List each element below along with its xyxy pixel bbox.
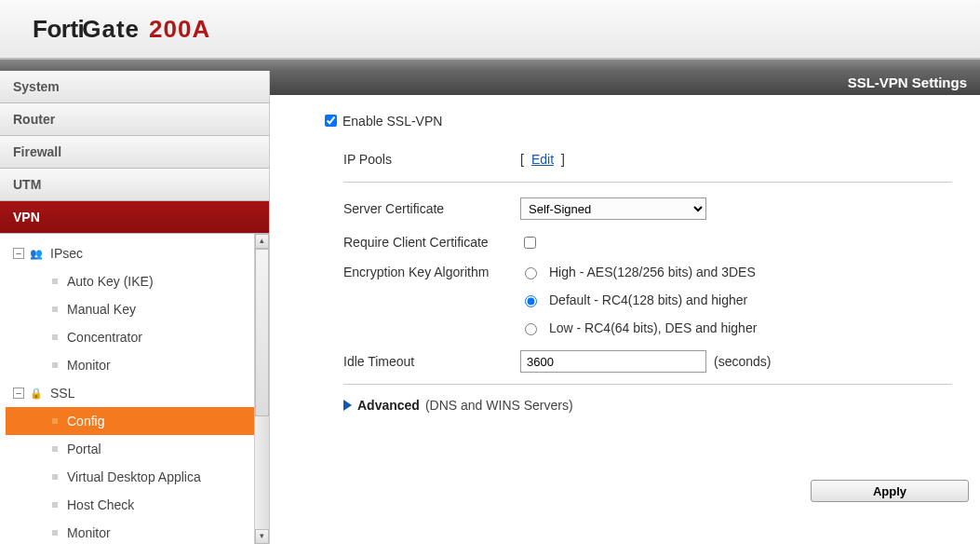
enable-sslvpn-label: Enable SSL-VPN	[342, 114, 442, 129]
server-cert-select[interactable]: Self-Signed	[520, 197, 706, 220]
sidebar: SystemRouterFirewallUTMVPN − IPsec Auto …	[0, 71, 270, 544]
nav-section-system[interactable]: System	[0, 71, 269, 103]
brand-suffix: Gate	[82, 15, 140, 44]
bullet-icon	[52, 279, 58, 284]
tree-item-ssl-config[interactable]: Config	[6, 407, 254, 435]
require-client-cert-checkbox[interactable]	[524, 237, 536, 249]
bullet-icon	[52, 306, 58, 312]
enable-sslvpn-checkbox[interactable]	[325, 115, 337, 127]
bullet-icon	[52, 530, 58, 536]
nav-section-firewall[interactable]: Firewall	[0, 136, 269, 169]
server-cert-label: Server Certificate	[343, 201, 520, 216]
bullet-icon	[52, 446, 58, 452]
idle-timeout-unit: (seconds)	[714, 354, 771, 369]
encryption-radio-low[interactable]	[525, 323, 537, 335]
collapse-icon[interactable]: −	[13, 248, 24, 259]
tree-item-ipsec-monitor[interactable]: Monitor	[6, 351, 254, 379]
main-content: SSL-VPN Settings Enable SSL-VPN IP Pools…	[270, 71, 980, 544]
idle-timeout-label: Idle Timeout	[343, 354, 520, 369]
advanced-toggle[interactable]: Advanced (DNS and WINS Servers)	[321, 398, 961, 413]
scroll-down-button[interactable]: ▾	[255, 529, 269, 544]
nav-section-utm[interactable]: UTM	[0, 169, 269, 201]
nav-section-router[interactable]: Router	[0, 103, 269, 136]
ip-pools-edit-link[interactable]: Edit	[531, 152, 554, 167]
require-client-cert-label: Require Client Certificate	[343, 235, 520, 250]
encryption-radio-default[interactable]	[525, 295, 537, 307]
tree-node-ssl[interactable]: − SSL	[6, 379, 254, 407]
header-divider	[0, 60, 980, 71]
tree-item-ssl-virtual-desktop-applica[interactable]: Virtual Desktop Applica	[6, 463, 254, 491]
page-title: SSL-VPN Settings	[270, 71, 980, 95]
scroll-up-button[interactable]: ▴	[255, 234, 269, 249]
idle-timeout-input[interactable]	[520, 350, 706, 373]
bullet-icon	[52, 474, 58, 480]
apply-button[interactable]: Apply	[811, 480, 969, 502]
bullet-icon	[52, 418, 58, 424]
bullet-icon	[52, 502, 58, 508]
tree-scrollbar[interactable]: ▴ ▾	[254, 234, 269, 544]
brand-model: 200A	[149, 15, 210, 44]
nav-section-vpn[interactable]: VPN	[0, 201, 269, 234]
collapse-icon[interactable]: −	[13, 388, 24, 399]
scroll-thumb[interactable]	[255, 249, 269, 416]
tree-item-ssl-monitor[interactable]: Monitor	[6, 519, 254, 544]
tree-item-ssl-host-check[interactable]: Host Check	[6, 491, 254, 519]
ip-pools-label: IP Pools	[343, 152, 520, 167]
separator	[343, 384, 952, 385]
encryption-option-default[interactable]: Default - RC4(128 bits) and higher	[520, 292, 757, 307]
separator	[343, 182, 952, 183]
advanced-suffix: (DNS and WINS Servers)	[425, 398, 573, 413]
encryption-radio-group: High - AES(128/256 bits) and 3DESDefault…	[520, 259, 757, 335]
tree-node-ipsec[interactable]: − IPsec	[6, 239, 254, 267]
app-header: Forti Gate 200A	[0, 0, 980, 60]
bullet-icon	[52, 334, 58, 340]
encryption-algo-label: Encryption Key Algorithm	[343, 259, 520, 279]
tree-item-ipsec-concentrator[interactable]: Concentrator	[6, 323, 254, 351]
bullet-icon	[52, 362, 58, 368]
advanced-label: Advanced	[357, 398, 420, 413]
tree-item-ssl-portal[interactable]: Portal	[6, 435, 254, 463]
encryption-option-low[interactable]: Low - RC4(64 bits), DES and higher	[520, 320, 757, 335]
tree-item-ipsec-manual-key[interactable]: Manual Key	[6, 295, 254, 323]
group-icon	[28, 246, 45, 261]
encryption-option-high[interactable]: High - AES(128/256 bits) and 3DES	[520, 265, 757, 279]
brand-prefix: Forti	[33, 15, 84, 44]
nav-tree: − IPsec Auto Key (IKE)Manual KeyConcentr…	[0, 234, 254, 544]
expand-right-icon	[343, 400, 352, 411]
lock-icon	[28, 386, 45, 401]
encryption-radio-high[interactable]	[525, 267, 537, 279]
tree-item-ipsec-auto-key-ike-[interactable]: Auto Key (IKE)	[6, 267, 254, 295]
